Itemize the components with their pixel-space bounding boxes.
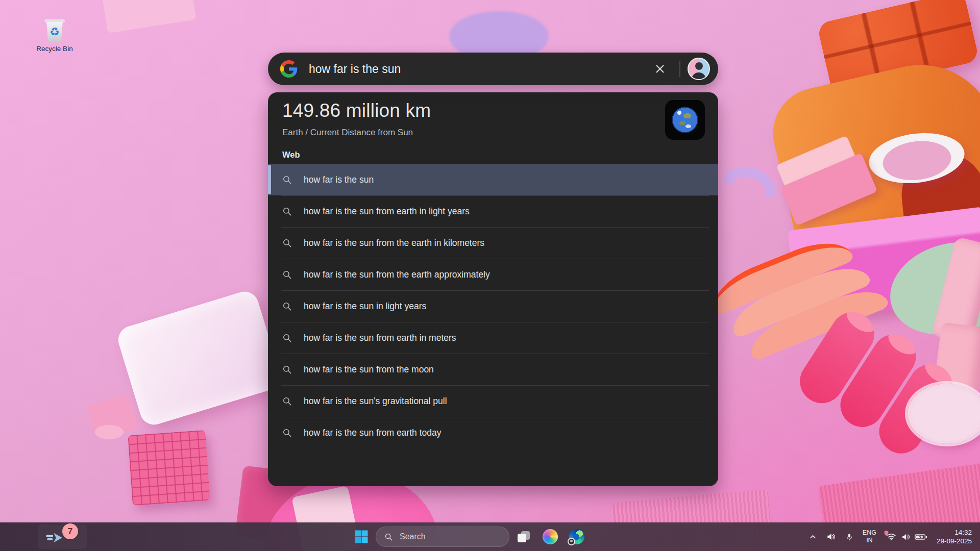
microphone-tray-button[interactable] <box>841 527 858 547</box>
language-switcher[interactable]: ENG IN <box>858 527 881 547</box>
edge-icon <box>569 529 584 544</box>
search-icon <box>384 533 393 541</box>
taskbar: 7 Search <box>0 522 980 551</box>
bar-divider <box>679 61 680 77</box>
microphone-icon <box>845 532 853 542</box>
search-results-panel: 149.86 million km Earth / Current Distan… <box>268 92 718 486</box>
task-view-button[interactable] <box>513 527 534 547</box>
suggestion-row[interactable]: how far is the sun from the earth in kil… <box>268 227 718 259</box>
edge-button[interactable] <box>567 527 587 547</box>
search-icon <box>282 238 292 248</box>
chevron-up-icon <box>809 533 817 541</box>
wallpaper-shape <box>908 384 980 444</box>
suggestion-text: how far is the sun <box>304 174 374 185</box>
suggestion-text: how far is the sun from earth in meters <box>304 333 456 343</box>
taskbar-search-box[interactable]: Search <box>376 527 509 547</box>
google-logo-icon <box>280 60 298 78</box>
network-icon <box>886 532 897 542</box>
suggestion-row[interactable]: how far is the sun from the moon <box>268 354 718 385</box>
battery-charging-icon <box>915 533 927 541</box>
wallpaper-shape <box>115 288 284 429</box>
widgets-button[interactable]: 7 <box>38 524 87 549</box>
vpn-shield-icon <box>884 530 889 536</box>
web-section-label: Web <box>268 142 718 164</box>
suggestion-row[interactable]: how far is the sun <box>268 164 718 195</box>
suggestion-text: how far is the sun from earth today <box>304 428 441 438</box>
profile-avatar[interactable] <box>688 58 710 80</box>
notification-badge: 7 <box>62 523 78 539</box>
quick-settings-button[interactable] <box>881 527 932 547</box>
suggestion-text: how far is the sun in light years <box>304 301 426 312</box>
suggestion-text: how far is the sun from the earth approx… <box>304 269 490 280</box>
wallpaper-shape <box>717 160 781 216</box>
copilot-icon <box>543 529 558 544</box>
system-tray: ENG IN <box>804 522 977 551</box>
task-view-icon <box>518 531 530 542</box>
clear-search-icon[interactable] <box>654 63 666 75</box>
hidden-icons-button[interactable] <box>804 527 821 547</box>
answer-card: 149.86 million km Earth / Current Distan… <box>268 92 718 142</box>
taskbar-search-label: Search <box>400 532 426 541</box>
search-icon <box>282 207 292 216</box>
suggestion-row[interactable]: how far is the sun from earth today <box>268 417 718 448</box>
clock[interactable]: 14:32 29-09-2025 <box>932 527 977 547</box>
google-search-bar[interactable] <box>268 53 718 85</box>
wallpaper-shape <box>128 430 210 506</box>
windows-logo-icon <box>354 529 369 544</box>
start-button[interactable] <box>351 527 372 547</box>
recycle-glyph: ♻ <box>50 27 60 38</box>
tray-date: 29-09-2025 <box>937 537 972 545</box>
tray-time: 14:32 <box>954 528 972 537</box>
suggestion-row[interactable]: how far is the sun from earth in meters <box>268 322 718 354</box>
search-icon <box>282 396 292 406</box>
language-region: IN <box>866 537 873 544</box>
wallpaper-shape <box>103 0 197 33</box>
suggestion-text: how far is the sun from the moon <box>304 364 434 375</box>
recycle-bin-icon: ♻ <box>27 19 83 42</box>
search-icon <box>282 302 292 311</box>
search-icon <box>282 333 292 343</box>
volume-tray-button[interactable] <box>821 527 841 547</box>
suggestion-row[interactable]: how far is the sun from earth in light y… <box>268 195 718 227</box>
suggestion-list: how far is the sun how far is the sun fr… <box>268 164 718 448</box>
wallpaper-shape <box>95 425 124 439</box>
search-icon <box>282 428 292 438</box>
suggestion-text: how far is the sun from the earth in kil… <box>304 238 484 248</box>
answer-caption: Earth / Current Distance from Sun <box>282 128 431 138</box>
suggestion-text: how far is the sun's gravitational pull <box>304 396 447 407</box>
search-icon <box>282 175 292 185</box>
search-icon <box>282 365 292 374</box>
search-query-input[interactable] <box>308 62 654 77</box>
search-icon <box>282 270 292 280</box>
answer-value: 149.86 million km <box>282 100 431 121</box>
speaker-icon <box>826 532 836 541</box>
earth-image <box>665 100 705 140</box>
language-code: ENG <box>863 529 876 537</box>
suggestion-text: how far is the sun from earth in light y… <box>304 206 470 217</box>
suggestion-row[interactable]: how far is the sun in light years <box>268 290 718 322</box>
suggestion-row[interactable]: how far is the sun from the earth approx… <box>268 259 718 290</box>
recycle-bin-label: Recycle Bin <box>27 45 83 53</box>
recycle-bin[interactable]: ♻ Recycle Bin <box>27 19 83 53</box>
copilot-button[interactable] <box>540 527 560 547</box>
suggestion-row[interactable]: how far is the sun's gravitational pull <box>268 385 718 417</box>
speaker-icon <box>901 533 911 541</box>
edge-profile-badge <box>568 538 575 545</box>
